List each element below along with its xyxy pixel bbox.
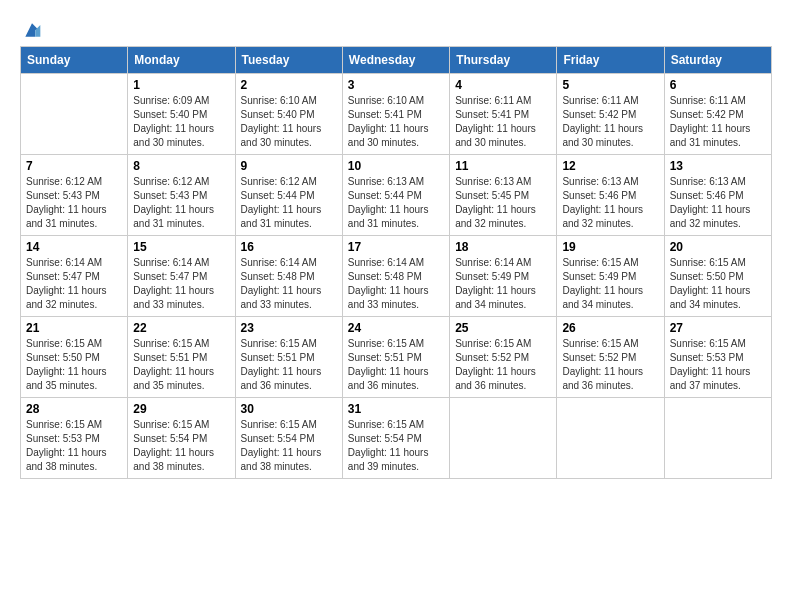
day-info: Sunrise: 6:13 AMSunset: 5:46 PMDaylight:…: [562, 175, 658, 231]
day-info: Sunrise: 6:15 AMSunset: 5:54 PMDaylight:…: [133, 418, 229, 474]
day-number: 22: [133, 321, 229, 335]
day-info: Sunrise: 6:14 AMSunset: 5:47 PMDaylight:…: [133, 256, 229, 312]
day-info: Sunrise: 6:11 AMSunset: 5:42 PMDaylight:…: [562, 94, 658, 150]
calendar-cell: 9Sunrise: 6:12 AMSunset: 5:44 PMDaylight…: [235, 155, 342, 236]
day-number: 9: [241, 159, 337, 173]
calendar-week-row: 14Sunrise: 6:14 AMSunset: 5:47 PMDayligh…: [21, 236, 772, 317]
header-monday: Monday: [128, 47, 235, 74]
day-info: Sunrise: 6:15 AMSunset: 5:50 PMDaylight:…: [26, 337, 122, 393]
day-info: Sunrise: 6:14 AMSunset: 5:48 PMDaylight:…: [348, 256, 444, 312]
header-friday: Friday: [557, 47, 664, 74]
day-info: Sunrise: 6:13 AMSunset: 5:46 PMDaylight:…: [670, 175, 766, 231]
day-info: Sunrise: 6:13 AMSunset: 5:45 PMDaylight:…: [455, 175, 551, 231]
svg-marker-1: [35, 25, 40, 37]
calendar-cell: [664, 398, 771, 479]
day-info: Sunrise: 6:15 AMSunset: 5:52 PMDaylight:…: [562, 337, 658, 393]
day-number: 18: [455, 240, 551, 254]
day-number: 28: [26, 402, 122, 416]
day-info: Sunrise: 6:12 AMSunset: 5:43 PMDaylight:…: [133, 175, 229, 231]
calendar-cell: 29Sunrise: 6:15 AMSunset: 5:54 PMDayligh…: [128, 398, 235, 479]
day-number: 20: [670, 240, 766, 254]
day-number: 17: [348, 240, 444, 254]
calendar-cell: 8Sunrise: 6:12 AMSunset: 5:43 PMDaylight…: [128, 155, 235, 236]
day-info: Sunrise: 6:15 AMSunset: 5:51 PMDaylight:…: [241, 337, 337, 393]
day-info: Sunrise: 6:12 AMSunset: 5:43 PMDaylight:…: [26, 175, 122, 231]
calendar-header-row: SundayMondayTuesdayWednesdayThursdayFrid…: [21, 47, 772, 74]
day-number: 5: [562, 78, 658, 92]
header-thursday: Thursday: [450, 47, 557, 74]
day-number: 11: [455, 159, 551, 173]
day-number: 15: [133, 240, 229, 254]
calendar-cell: 30Sunrise: 6:15 AMSunset: 5:54 PMDayligh…: [235, 398, 342, 479]
day-info: Sunrise: 6:15 AMSunset: 5:50 PMDaylight:…: [670, 256, 766, 312]
calendar-cell: 1Sunrise: 6:09 AMSunset: 5:40 PMDaylight…: [128, 74, 235, 155]
day-number: 30: [241, 402, 337, 416]
day-number: 12: [562, 159, 658, 173]
calendar-cell: 27Sunrise: 6:15 AMSunset: 5:53 PMDayligh…: [664, 317, 771, 398]
calendar-cell: 21Sunrise: 6:15 AMSunset: 5:50 PMDayligh…: [21, 317, 128, 398]
calendar-week-row: 7Sunrise: 6:12 AMSunset: 5:43 PMDaylight…: [21, 155, 772, 236]
day-number: 10: [348, 159, 444, 173]
header-sunday: Sunday: [21, 47, 128, 74]
logo: [20, 20, 42, 36]
calendar-cell: [450, 398, 557, 479]
day-number: 25: [455, 321, 551, 335]
calendar-cell: 20Sunrise: 6:15 AMSunset: 5:50 PMDayligh…: [664, 236, 771, 317]
calendar-cell: 10Sunrise: 6:13 AMSunset: 5:44 PMDayligh…: [342, 155, 449, 236]
day-info: Sunrise: 6:09 AMSunset: 5:40 PMDaylight:…: [133, 94, 229, 150]
day-number: 14: [26, 240, 122, 254]
day-number: 7: [26, 159, 122, 173]
calendar-cell: 3Sunrise: 6:10 AMSunset: 5:41 PMDaylight…: [342, 74, 449, 155]
header-wednesday: Wednesday: [342, 47, 449, 74]
calendar-cell: 16Sunrise: 6:14 AMSunset: 5:48 PMDayligh…: [235, 236, 342, 317]
day-number: 23: [241, 321, 337, 335]
day-number: 2: [241, 78, 337, 92]
calendar-cell: 15Sunrise: 6:14 AMSunset: 5:47 PMDayligh…: [128, 236, 235, 317]
calendar-cell: 24Sunrise: 6:15 AMSunset: 5:51 PMDayligh…: [342, 317, 449, 398]
day-info: Sunrise: 6:14 AMSunset: 5:47 PMDaylight:…: [26, 256, 122, 312]
day-info: Sunrise: 6:15 AMSunset: 5:53 PMDaylight:…: [26, 418, 122, 474]
calendar-cell: 7Sunrise: 6:12 AMSunset: 5:43 PMDaylight…: [21, 155, 128, 236]
calendar-cell: 6Sunrise: 6:11 AMSunset: 5:42 PMDaylight…: [664, 74, 771, 155]
day-info: Sunrise: 6:15 AMSunset: 5:53 PMDaylight:…: [670, 337, 766, 393]
day-info: Sunrise: 6:15 AMSunset: 5:52 PMDaylight:…: [455, 337, 551, 393]
day-info: Sunrise: 6:15 AMSunset: 5:54 PMDaylight:…: [241, 418, 337, 474]
header-tuesday: Tuesday: [235, 47, 342, 74]
calendar-cell: 25Sunrise: 6:15 AMSunset: 5:52 PMDayligh…: [450, 317, 557, 398]
day-number: 3: [348, 78, 444, 92]
calendar-cell: 22Sunrise: 6:15 AMSunset: 5:51 PMDayligh…: [128, 317, 235, 398]
calendar-cell: 14Sunrise: 6:14 AMSunset: 5:47 PMDayligh…: [21, 236, 128, 317]
day-info: Sunrise: 6:15 AMSunset: 5:51 PMDaylight:…: [133, 337, 229, 393]
calendar-week-row: 28Sunrise: 6:15 AMSunset: 5:53 PMDayligh…: [21, 398, 772, 479]
day-info: Sunrise: 6:10 AMSunset: 5:40 PMDaylight:…: [241, 94, 337, 150]
day-info: Sunrise: 6:15 AMSunset: 5:54 PMDaylight:…: [348, 418, 444, 474]
day-info: Sunrise: 6:15 AMSunset: 5:51 PMDaylight:…: [348, 337, 444, 393]
day-number: 31: [348, 402, 444, 416]
day-info: Sunrise: 6:11 AMSunset: 5:42 PMDaylight:…: [670, 94, 766, 150]
day-info: Sunrise: 6:12 AMSunset: 5:44 PMDaylight:…: [241, 175, 337, 231]
calendar-cell: 4Sunrise: 6:11 AMSunset: 5:41 PMDaylight…: [450, 74, 557, 155]
day-info: Sunrise: 6:14 AMSunset: 5:48 PMDaylight:…: [241, 256, 337, 312]
page-header: [20, 20, 772, 36]
calendar-cell: 5Sunrise: 6:11 AMSunset: 5:42 PMDaylight…: [557, 74, 664, 155]
calendar-cell: 17Sunrise: 6:14 AMSunset: 5:48 PMDayligh…: [342, 236, 449, 317]
day-number: 27: [670, 321, 766, 335]
logo-icon: [22, 20, 42, 40]
day-number: 1: [133, 78, 229, 92]
calendar-week-row: 1Sunrise: 6:09 AMSunset: 5:40 PMDaylight…: [21, 74, 772, 155]
day-number: 4: [455, 78, 551, 92]
calendar-cell: 2Sunrise: 6:10 AMSunset: 5:40 PMDaylight…: [235, 74, 342, 155]
day-info: Sunrise: 6:14 AMSunset: 5:49 PMDaylight:…: [455, 256, 551, 312]
calendar-week-row: 21Sunrise: 6:15 AMSunset: 5:50 PMDayligh…: [21, 317, 772, 398]
calendar-cell: 28Sunrise: 6:15 AMSunset: 5:53 PMDayligh…: [21, 398, 128, 479]
calendar-cell: 11Sunrise: 6:13 AMSunset: 5:45 PMDayligh…: [450, 155, 557, 236]
day-number: 21: [26, 321, 122, 335]
calendar-cell: 31Sunrise: 6:15 AMSunset: 5:54 PMDayligh…: [342, 398, 449, 479]
day-number: 16: [241, 240, 337, 254]
header-saturday: Saturday: [664, 47, 771, 74]
day-number: 24: [348, 321, 444, 335]
day-number: 6: [670, 78, 766, 92]
calendar-cell: 13Sunrise: 6:13 AMSunset: 5:46 PMDayligh…: [664, 155, 771, 236]
day-number: 29: [133, 402, 229, 416]
calendar-cell: [557, 398, 664, 479]
